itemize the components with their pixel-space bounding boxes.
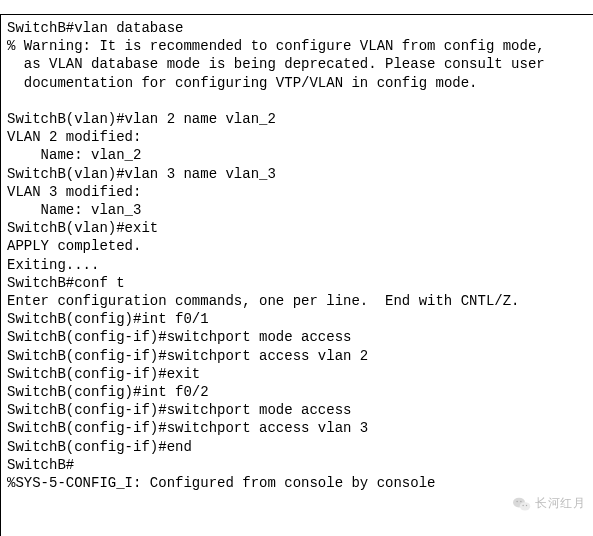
- terminal-output[interactable]: SwitchB#vlan database % Warning: It is r…: [0, 14, 593, 536]
